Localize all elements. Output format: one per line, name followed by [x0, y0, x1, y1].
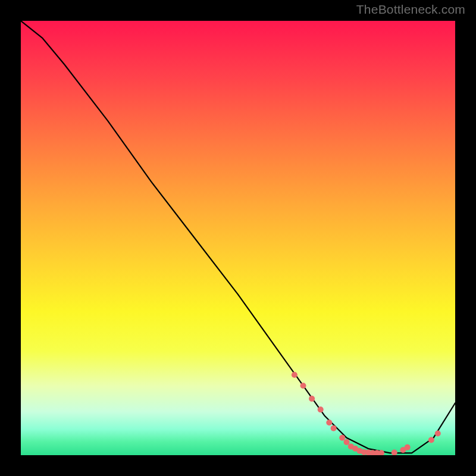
highlight-dot [339, 435, 345, 441]
highlight-dot [318, 406, 324, 412]
chart-markers [292, 372, 441, 455]
highlight-dot [428, 437, 434, 443]
highlight-dot [326, 419, 332, 425]
curve-layer [21, 21, 455, 455]
highlight-dot [331, 425, 337, 431]
chart-container: TheBottleneck.com [0, 0, 476, 476]
highlight-dot [292, 372, 298, 378]
highlight-dot [435, 431, 441, 437]
plot-area [21, 21, 455, 455]
highlight-dot [392, 450, 397, 455]
highlight-dot [309, 396, 315, 402]
highlight-dot [405, 444, 411, 450]
highlight-dot [300, 383, 306, 389]
watermark-text: TheBottleneck.com [356, 2, 465, 17]
highlight-dot [344, 439, 350, 445]
chart-line [21, 21, 455, 453]
series-line [21, 21, 455, 453]
